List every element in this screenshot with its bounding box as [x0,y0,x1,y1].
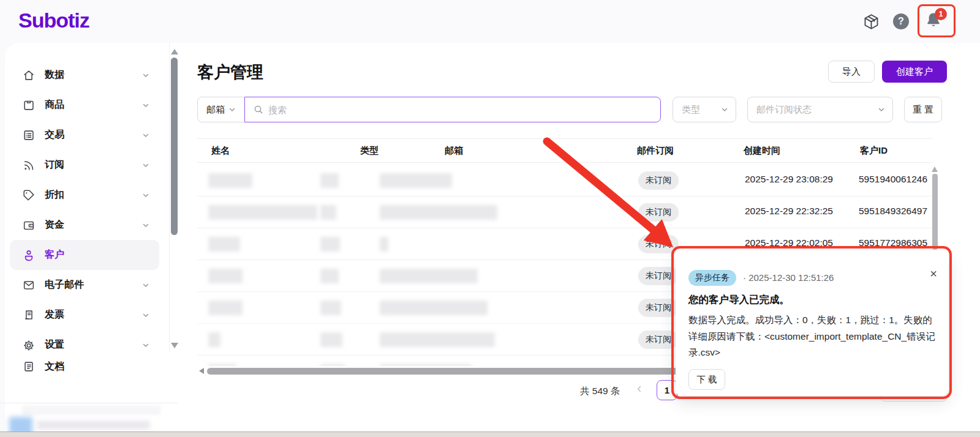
prev-page-icon[interactable]: ‹ [637,381,641,397]
user-icon [22,248,36,262]
blurred-name-cell [208,332,221,347]
gear-icon [22,338,36,352]
subscription-badge: 未订阅 [638,171,679,190]
notification-count-badge: 1 [935,8,947,20]
sidebar-item-4[interactable]: 折扣 [10,180,159,210]
customer-id-cell: 5951940061246 [859,174,927,185]
chevron-down-icon [142,162,149,169]
type-filter-select[interactable]: 类型 [673,97,736,122]
notification-title: 您的客户导入已完成。 [688,293,790,307]
subscription-badge: 未订阅 [638,299,679,317]
notification-body: 数据导入完成。成功导入：0，失败：1，跳过：1。失败的详细原因请下载：<cust… [688,312,937,361]
sidebar-item-6[interactable]: 客户 [10,240,159,270]
blurred-type-cell [320,269,339,283]
sidebar-scrollbar[interactable] [171,58,178,235]
sidebar-divider [0,403,178,403]
reset-button[interactable]: 重 置 [904,97,942,122]
sidebar-item-3[interactable]: 订阅 [10,150,159,180]
home-icon [22,69,36,82]
product-box-icon[interactable] [862,13,880,33]
table-vertical-scrollbar[interactable] [932,174,938,250]
sidebar-item-5[interactable]: 资金 [10,210,159,240]
blurred-type-cell [320,205,336,220]
help-icon[interactable]: ? [893,13,909,29]
sidebar-item-2[interactable]: 交易 [10,120,159,150]
page-number-1[interactable]: 1 [657,380,677,400]
chevron-down-icon [142,312,149,319]
blurred-email-cell [380,205,497,220]
sidebar-item-8[interactable]: 发票 [10,300,159,330]
wallet-icon [22,219,36,232]
blurred-email-cell [380,301,488,315]
invoice-icon [22,308,36,322]
notifications-button[interactable]: 1 [925,12,946,32]
chevron-down-icon [228,106,236,113]
app-logo[interactable]: Subotiz [18,9,89,32]
table-scroll-left-icon[interactable] [199,368,204,374]
search-box [244,97,661,122]
mail-icon [22,278,36,292]
sidebar-item-label: 设置 [45,338,64,351]
col-customer-id: 客户ID [860,145,888,157]
sidebar-nav: 数据商品交易订阅折扣资金客户电子邮件发票设置 [0,43,169,352]
package-icon [22,99,36,112]
sidebar-item-9[interactable]: 设置 [10,330,159,352]
sidebar-scroll-down-icon[interactable] [171,343,178,348]
page-title: 客户管理 [197,61,263,83]
blurred-type-cell [320,364,345,366]
create-customer-button[interactable]: 创建客户 [882,61,947,83]
sidebar-item-label: 数据 [45,69,64,81]
async-task-badge: 异步任务 [688,270,736,286]
tag-icon [22,189,36,202]
sidebar-item-docs[interactable]: 文档 [10,354,159,379]
rss-icon [22,159,36,172]
sidebar-item-label: 交易 [45,129,64,141]
import-button[interactable]: 导入 [828,61,875,83]
blurred-email-cell [380,237,388,252]
close-icon[interactable]: × [930,267,937,280]
blurred-type-cell [320,173,339,188]
sidebar-item-0[interactable]: 数据 [10,60,159,90]
blurred-name-cell [208,364,236,366]
sidebar-item-7[interactable]: 电子邮件 [10,270,159,300]
col-type: 类型 [360,145,379,157]
created-at-cell: 2025-12-29 22:32:25 [745,206,833,217]
sidebar-item-label: 电子邮件 [45,278,84,291]
blurred-name-cell [208,237,240,252]
table-row[interactable]: 未订阅2025-12-29 23:08:295951940061246 [197,165,932,196]
chevron-down-icon [142,222,149,229]
blurred-account-name [37,420,150,430]
sidebar-item-label: 文档 [45,360,64,373]
download-button[interactable]: 下 载 [688,369,725,390]
blurred-email-cell [380,364,472,366]
chevron-down-icon [142,102,149,109]
help-glyph: ? [898,16,904,27]
customer-id-cell: 5951772986305 [859,237,927,248]
blurred-name-cell [208,173,252,188]
sidebar-item-1[interactable]: 商品 [10,90,159,120]
chevron-down-icon [142,72,149,79]
blurred-email-cell [380,269,478,283]
top-header: Subotiz ? 1 [0,0,980,43]
created-at-cell: 2025-12-29 23:08:29 [745,174,833,185]
table-row[interactable]: 未订阅2025-12-29 22:32:255951849326497 [197,196,932,228]
sidebar-item-label: 发票 [45,308,64,321]
blurred-name-cell [208,205,317,220]
search-input[interactable] [268,105,636,115]
sidebar-item-label: 商品 [45,99,64,111]
subscription-filter-select[interactable]: 邮件订阅状态 [747,97,893,122]
blurred-name-cell [208,301,243,315]
sidebar-item-label: 折扣 [45,189,64,201]
search-field-select[interactable]: 邮箱 [197,97,245,122]
customer-id-cell: 5951849326497 [859,206,927,217]
col-name: 姓名 [211,145,230,157]
blurred-type-cell [320,237,340,252]
dot-separator: · [743,272,746,283]
subscription-badge: 未订阅 [638,235,679,253]
chevron-down-icon [878,106,885,113]
sidebar-scroll-up-icon[interactable] [171,49,178,54]
type-filter-placeholder: 类型 [682,104,700,116]
chevron-down-icon [142,192,149,199]
table-scroll-up-icon[interactable] [932,166,938,172]
notification-timestamp: · 2025-12-30 12:51:26 [743,272,834,283]
